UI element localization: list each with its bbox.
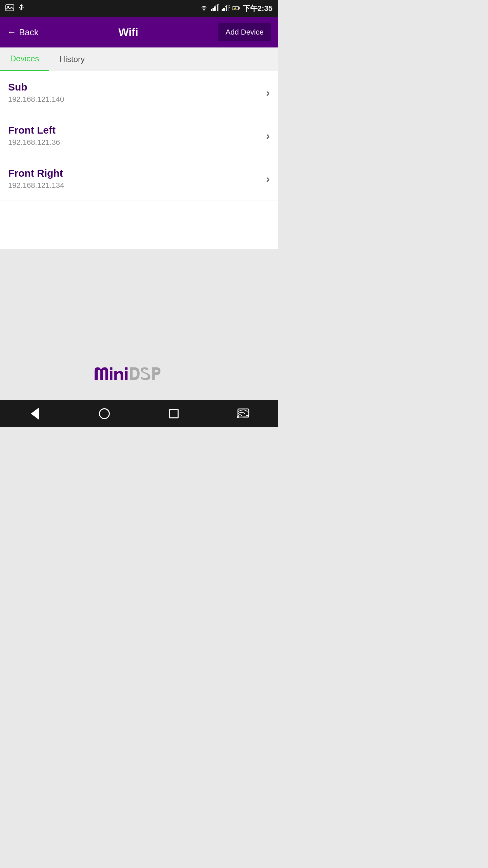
device-name-1: Front Left: [8, 124, 60, 136]
empty-space: [0, 249, 278, 351]
svg-rect-12: [216, 5, 217, 11]
back-triangle-icon: [31, 408, 39, 420]
device-info-2: Front Right 192.168.121.134: [8, 167, 64, 190]
battery-icon: ⚡: [232, 5, 240, 12]
svg-rect-11: [214, 6, 216, 11]
device-item-0[interactable]: Sub 192.168.121.140 ›: [0, 71, 278, 114]
time-display: 下午2:35: [243, 3, 272, 14]
cast-icon: [237, 408, 249, 419]
recent-square-icon: [169, 409, 179, 418]
signal1-icon: [211, 4, 219, 13]
usb-icon: [18, 4, 24, 13]
svg-rect-22: [110, 367, 112, 370]
bottom-nav: [0, 400, 278, 427]
device-item-2[interactable]: Front Right 192.168.121.134 ›: [0, 157, 278, 200]
device-name-2: Front Right: [8, 167, 64, 179]
svg-rect-16: [225, 6, 226, 11]
tab-devices[interactable]: Devices: [0, 47, 49, 71]
device-list: Sub 192.168.121.140 › Front Left 192.168…: [0, 71, 278, 249]
top-nav: ← Back Wifi Add Device: [0, 17, 278, 47]
nav-back-button[interactable]: [25, 403, 45, 424]
page-title: Wifi: [118, 26, 138, 39]
svg-rect-15: [223, 8, 225, 11]
svg-rect-9: [211, 9, 212, 11]
nav-home-button[interactable]: [94, 403, 115, 424]
minidsp-logo: [92, 364, 186, 383]
back-button[interactable]: ← Back: [7, 27, 39, 38]
tab-history-label: History: [59, 55, 85, 64]
svg-text:⚡: ⚡: [233, 6, 237, 11]
chevron-icon-1: ›: [266, 130, 270, 142]
svg-point-8: [203, 9, 205, 11]
tab-history[interactable]: History: [49, 47, 95, 71]
logo-area: [0, 351, 278, 400]
svg-rect-24: [125, 367, 127, 370]
signal2-icon: 2: [222, 4, 230, 13]
tabs-container: Devices History: [0, 47, 278, 71]
tab-devices-label: Devices: [10, 54, 39, 63]
back-arrow-icon: ←: [7, 27, 16, 38]
status-bar: 2 ⚡ 下午2:35: [0, 0, 278, 17]
svg-rect-17: [227, 5, 228, 11]
svg-rect-14: [222, 9, 223, 11]
svg-rect-10: [212, 8, 214, 11]
status-bar-left: [5, 4, 24, 13]
device-ip-0: 192.168.121.140: [8, 95, 64, 104]
add-device-button[interactable]: Add Device: [218, 23, 271, 41]
device-info-1: Front Left 192.168.121.36: [8, 124, 60, 147]
chevron-icon-0: ›: [266, 86, 270, 99]
home-circle-icon: [99, 408, 110, 419]
device-ip-1: 192.168.121.36: [8, 138, 60, 147]
svg-point-27: [237, 416, 239, 418]
image-icon: [5, 4, 14, 13]
back-label: Back: [19, 27, 39, 38]
chevron-icon-2: ›: [266, 173, 270, 185]
nav-cast-button[interactable]: [233, 403, 253, 424]
svg-rect-13: [218, 4, 219, 11]
svg-rect-23: [110, 371, 112, 380]
device-item-1[interactable]: Front Left 192.168.121.36 ›: [0, 114, 278, 157]
svg-rect-20: [239, 7, 240, 9]
svg-rect-25: [125, 371, 127, 380]
device-ip-2: 192.168.121.134: [8, 181, 64, 190]
svg-text:2: 2: [229, 5, 230, 8]
status-bar-right: 2 ⚡ 下午2:35: [200, 3, 272, 14]
nav-recent-button[interactable]: [164, 403, 184, 424]
device-info-0: Sub 192.168.121.140: [8, 81, 64, 104]
device-name-0: Sub: [8, 81, 64, 93]
wifi-icon: [200, 5, 208, 13]
